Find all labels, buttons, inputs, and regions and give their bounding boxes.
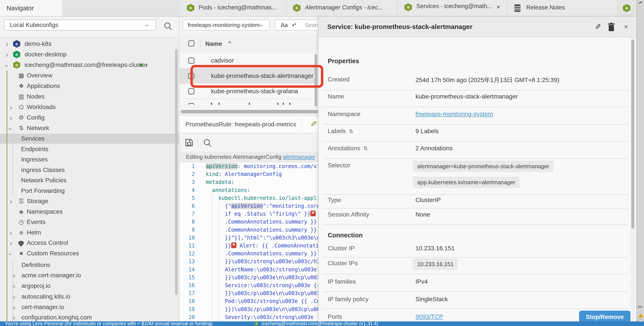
sidebar-item-acme-cert-manager-io[interactable]: ›acme.cert-manager.io — [0, 270, 179, 280]
code-text: }})\u003c/p\u003e\n\u003cp\u00 — [225, 306, 318, 314]
annotation-highlight-box — [190, 65, 323, 88]
row-separator — [323, 106, 628, 107]
namespace-select[interactable]: freeleaps-monitoring-system › — [182, 20, 270, 30]
sidebar-item-label: Port Forwarding — [21, 186, 65, 196]
sidebar-item-access-control[interactable]: ›Access Control — [0, 238, 179, 248]
tab-pods-icecheng-mathmas-[interactable]: ⎈Pods - icecheng@mathmas... — [180, 0, 286, 16]
row-checkbox[interactable] — [188, 103, 194, 105]
horizontal-scrollbar[interactable] — [181, 110, 318, 114]
match-case-icon[interactable]: Aa — [281, 20, 288, 30]
code-text: .CommonAnnotations.summary }} — [225, 250, 317, 258]
sidebar-item-custom-resources[interactable]: ›★Custom Resources — [0, 248, 179, 258]
sidebar-item-events[interactable]: ◷Events — [0, 217, 179, 227]
chevron-right-icon[interactable]: › — [6, 39, 8, 49]
tab-release-notes[interactable]: Release Notes — [507, 0, 618, 16]
sidebar-item-helm[interactable]: ›⎈Helm — [0, 228, 179, 238]
chevron-right-icon[interactable]: › — [13, 312, 15, 322]
sidebar-item-label: Ingresses — [21, 154, 48, 164]
chevron-down-icon[interactable]: › — [2, 64, 12, 67]
sidebar-item-icecheng-mathmast-com-freeleaps-cluster[interactable]: ›⎈icecheng@mathmast.com@freeleaps-cluste… — [0, 60, 179, 70]
sidebar-item-storage[interactable]: ›☰Storage — [0, 196, 179, 206]
sidebar-item-namespaces[interactable]: ◈Namespaces — [0, 207, 179, 217]
trash-icon[interactable] — [607, 22, 616, 32]
sidebar-item-overview[interactable]: ▦Overview — [0, 70, 179, 80]
sidebar-item-autoscaling-k8s-io[interactable]: ›autoscaling.k8s.io — [0, 292, 179, 302]
sidebar-item-configuration-konghq-com[interactable]: ›configuration.konghq.com — [0, 312, 179, 322]
row-checkbox[interactable] — [188, 58, 194, 64]
detail-label-type: Type — [328, 196, 341, 204]
sidebar-item-config[interactable]: ›⚙Config — [0, 112, 179, 123]
regex-icon[interactable]: ▪* — [292, 20, 296, 30]
kubernetes-icon: ⎈ — [404, 3, 412, 12]
name-column-header[interactable]: Name — [205, 35, 222, 53]
sidebar-item-ingresses[interactable]: Ingresses — [0, 154, 179, 164]
code-line: 19}})\u003c/p\u003e\n\u003cp\u00 — [180, 306, 318, 314]
sidebar-item-cert-manager-io[interactable]: ›cert-manager.io — [0, 302, 179, 312]
stop-remove-button[interactable]: Stop/Remove — [579, 311, 630, 322]
close-icon[interactable]: × — [494, 3, 503, 12]
chevron-right-icon[interactable]: › — [10, 102, 12, 112]
sidebar-item-workloads[interactable]: ›⌬Workloads — [0, 102, 179, 112]
sidebar-item-label: Events — [27, 217, 46, 227]
row-checkbox[interactable] — [188, 88, 194, 94]
sidebar-item-nodes[interactable]: ▥Nodes — [0, 92, 179, 102]
select-all-checkbox[interactable] — [188, 40, 194, 46]
code-text: kubectl.kubernetes.io/last-applied-confi… — [218, 194, 318, 202]
details-scrollbar[interactable] — [631, 40, 634, 228]
edit-pencil-icon[interactable]: ✎ — [310, 116, 317, 132]
code-token: apiVersion — [206, 163, 238, 169]
sidebar-item-label: demo-k8s — [24, 39, 52, 49]
search-icon[interactable] — [163, 22, 173, 31]
chevron-right-icon[interactable]: › — [10, 228, 12, 238]
resource-link[interactable]: alertmanager — [283, 154, 315, 160]
sidebar-item-demo-k8s[interactable]: ›⎈demo-k8s — [0, 39, 179, 49]
chevron-right-icon[interactable]: › — [13, 292, 15, 302]
sort-icon[interactable]: ⇅ — [363, 146, 368, 151]
sidebar-scrollbar[interactable] — [175, 49, 178, 295]
chevron-right-icon[interactable]: › — [13, 281, 15, 291]
code-line: 5kubectl.kubernetes.io/last-applied-conf… — [180, 194, 318, 202]
chevron-right-icon[interactable]: › — [10, 196, 12, 206]
indent-guide — [218, 306, 219, 314]
chevron-down-icon[interactable]: › — [6, 253, 16, 255]
save-icon[interactable] — [185, 138, 194, 147]
sidebar-item-applications[interactable]: ❖Applications — [0, 81, 179, 91]
sidebar-item-ingress-classes[interactable]: Ingress Classes — [0, 165, 179, 175]
tab-alertmanager-configs-ice[interactable]: ⎈Alertmanager Configs - icec... — [286, 0, 398, 16]
sort-icon[interactable]: ⇅ — [349, 128, 353, 134]
line-number: 1 — [180, 162, 195, 170]
sidebar-item-definitions[interactable]: Definitions — [0, 260, 179, 270]
edit-pencil-icon[interactable]: ✎ — [593, 22, 603, 32]
port-link[interactable]: 9093/TCP — [416, 313, 443, 320]
sidebar-header: Local Kubeconfigs › — [0, 17, 179, 38]
chevron-right-icon[interactable]: › — [10, 238, 12, 248]
sort-asc-icon[interactable]: ^ — [228, 35, 231, 52]
tab-services-icecheng-math-[interactable]: ⎈Services - icecheng@math...× — [398, 0, 507, 16]
code-token: : — [231, 179, 234, 185]
chevron-right-icon[interactable]: › — [146, 60, 148, 70]
sidebar-item-label: Custom Resources — [27, 248, 79, 258]
sidebar-item-endpoints[interactable]: Endpoints — [0, 144, 179, 154]
code-token: kubectl.kubernetes.io/last-applied-confi… — [218, 195, 318, 201]
yaml-editor[interactable]: 1apiVersion: monitoring.coreos.com/v12ki… — [180, 162, 318, 322]
sidebar-item-port-forwarding[interactable]: Port Forwarding — [0, 186, 179, 196]
chevron-right-icon[interactable]: › — [13, 270, 15, 280]
close-icon[interactable]: × — [622, 22, 630, 31]
chevron-right-icon[interactable]: › — [13, 302, 15, 312]
detail-value-namespace[interactable]: freeleaps-monitoring-system — [416, 110, 493, 118]
detail-value-type: ClusterIP — [416, 196, 441, 204]
indent-guide — [212, 234, 212, 242]
search-icon[interactable] — [203, 138, 212, 148]
sidebar-item-argoproj-io[interactable]: ›argoproj.io — [0, 281, 179, 291]
table-row-partial[interactable] — [180, 99, 318, 105]
sidebar-item-services[interactable]: Services — [0, 134, 179, 144]
chevron-down-icon[interactable]: › — [6, 128, 16, 130]
section-title-connection: Connection — [328, 232, 363, 239]
sidebar-item-network[interactable]: ›⇅Network — [0, 123, 179, 133]
kubeconfig-select[interactable]: Local Kubeconfigs › — [4, 20, 156, 30]
chevron-right-icon[interactable]: › — [10, 112, 12, 123]
sidebar-item-network-policies[interactable]: Network Policies — [0, 175, 179, 186]
sidebar-item-docker-desktop[interactable]: ›⎈docker-desktop — [0, 49, 179, 60]
table-header: Name ^ — [180, 35, 318, 54]
chevron-right-icon[interactable]: › — [6, 49, 8, 60]
